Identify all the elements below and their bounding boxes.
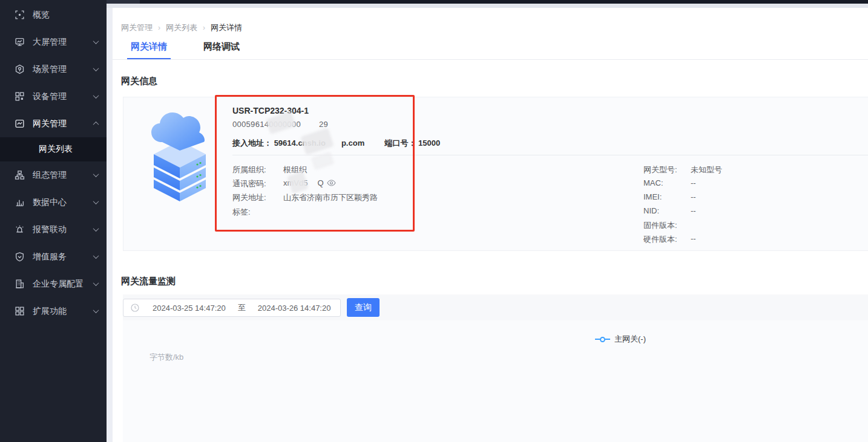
chevron-up-icon [93, 122, 99, 128]
chevron-down-icon [93, 171, 99, 177]
chevron-down-icon [93, 307, 99, 313]
field-nid: NID: -- [643, 206, 696, 215]
query-button[interactable]: 查询 [347, 298, 380, 317]
enterprise-icon [15, 279, 25, 289]
breadcrumb-separator: › [203, 24, 205, 32]
alarm-icon [15, 224, 25, 235]
content-left-gutter [107, 8, 113, 442]
sidebar-item-topology[interactable]: 组态管理 [0, 161, 107, 189]
gateway-icon [15, 119, 25, 129]
sidebar-item-label: 概览 [33, 10, 98, 21]
access-address-label: 接入地址： [232, 138, 272, 148]
date-range-picker[interactable]: 2024-03-25 14:47:20 至 2024-03-26 14:47:2… [123, 299, 341, 317]
sidebar-item-enterprise[interactable]: 企业专属配置 [0, 270, 107, 297]
field-gateway-model: 网关型号: 未知型号 [643, 164, 722, 175]
chevron-down-icon [93, 65, 99, 71]
breadcrumb-item-gateway-detail: 网关详情 [211, 22, 242, 33]
breadcrumb-separator: › [158, 24, 160, 32]
sidebar-item-gateway[interactable]: 网关管理 [0, 110, 107, 137]
gateway-name: USR-TCP232-304-1 [232, 106, 309, 115]
port-value: 15000 [418, 138, 440, 148]
value-service-icon [15, 252, 25, 262]
port-label: 端口号： [384, 138, 416, 148]
breadcrumb: 网关管理 › 网关列表 › 网关详情 [121, 22, 242, 33]
gateway-access-row: 接入地址： 59614.cnsh.iop.com 端口号： 15000 [232, 138, 440, 149]
sidebar-item-label: 扩展功能 [33, 306, 94, 317]
tab-bar: 网关详情 网络调试 [113, 40, 868, 60]
sidebar-item-value-service[interactable]: 增值服务 [0, 243, 107, 270]
sidebar-item-label: 设备管理 [33, 91, 94, 102]
screen-icon [15, 37, 25, 47]
clock-icon [131, 304, 139, 312]
sidebar-item-device[interactable]: 设备管理 [0, 83, 107, 110]
chevron-down-icon [93, 280, 99, 286]
gateway-detail-page: 概览 大屏管理 场景管理 设备管理 网关管理 [0, 0, 868, 442]
sidebar-subitem-label: 网关列表 [39, 144, 73, 155]
section-title-gateway-info: 网关信息 [121, 76, 157, 87]
chart-y-axis-label: 字节数/kb [150, 352, 183, 363]
main-content: 网关管理 › 网关列表 › 网关详情 网关详情 网络调试 网关信息 [113, 8, 868, 442]
topology-icon [15, 170, 25, 180]
sidebar-subitem-gateway-list[interactable]: 网关列表 [0, 137, 107, 161]
field-hardware-version: 硬件版本: -- [643, 234, 696, 245]
field-tags: 标签: [232, 207, 283, 218]
data-icon [15, 197, 25, 207]
sidebar-item-overview[interactable]: 概览 [0, 1, 107, 28]
date-end-value[interactable]: 2024-03-26 14:47:20 [258, 304, 331, 313]
chevron-down-icon [93, 198, 99, 204]
overview-icon [15, 10, 25, 20]
section-title-traffic: 网关流量监测 [121, 276, 176, 287]
sidebar-item-label: 企业专属配置 [33, 279, 94, 290]
chevron-down-icon [93, 38, 99, 44]
line-series-icon [595, 337, 610, 342]
traffic-chart-panel: 主网关(-) 字节数/kb [123, 320, 868, 442]
field-mac: MAC: -- [643, 178, 696, 187]
sidebar-item-label: 数据中心 [33, 197, 94, 208]
sidebar-item-extension[interactable]: 扩展功能 [0, 297, 107, 325]
gateway-info-card: USR-TCP232-304-1 00059614000000029 接入地址：… [123, 97, 868, 251]
chevron-down-icon [93, 226, 99, 232]
tab-gateway-detail[interactable]: 网关详情 [127, 40, 171, 59]
legend-label: 主网关(-) [614, 334, 646, 345]
sidebar: 概览 大屏管理 场景管理 设备管理 网关管理 [0, 0, 107, 442]
breadcrumb-item-gateway-mgmt[interactable]: 网关管理 [121, 22, 153, 33]
sidebar-item-label: 网关管理 [33, 119, 94, 129]
sidebar-item-label: 场景管理 [33, 64, 94, 75]
date-range-separator: 至 [238, 302, 246, 313]
sidebar-item-label: 增值服务 [33, 252, 94, 262]
sidebar-item-alarm[interactable]: 报警联动 [0, 216, 107, 243]
chevron-down-icon [93, 93, 99, 99]
traffic-toolbar: 2024-03-25 14:47:20 至 2024-03-26 14:47:2… [123, 294, 868, 320]
sidebar-item-label: 大屏管理 [33, 37, 94, 48]
page-background-band [107, 4, 868, 8]
sidebar-item-scene[interactable]: 场景管理 [0, 56, 107, 83]
extension-icon [15, 306, 25, 316]
chart-legend-main-gateway[interactable]: 主网关(-) [595, 334, 646, 345]
sidebar-item-data-center[interactable]: 数据中心 [0, 189, 107, 216]
field-firmware-version: 固件版本: [643, 220, 691, 231]
sidebar-item-label: 报警联动 [33, 224, 94, 235]
chevron-down-icon [93, 253, 99, 259]
eye-icon[interactable] [327, 179, 336, 188]
device-icon [15, 91, 25, 102]
sidebar-item-screen[interactable]: 大屏管理 [0, 28, 107, 56]
field-comm-password: 通讯密码: xmVd5Q [232, 178, 336, 189]
tab-network-debug[interactable]: 网络调试 [200, 40, 243, 59]
field-gateway-address: 网关地址: 山东省济南市历下区颖秀路 [232, 192, 378, 203]
scene-icon [15, 64, 25, 74]
gateway-cloud-illustration [144, 105, 215, 204]
sidebar-item-label: 组态管理 [33, 170, 94, 181]
breadcrumb-item-gateway-list[interactable]: 网关列表 [166, 22, 197, 33]
date-start-value[interactable]: 2024-03-25 14:47:20 [153, 304, 226, 313]
field-imei: IMEI: -- [643, 192, 696, 201]
